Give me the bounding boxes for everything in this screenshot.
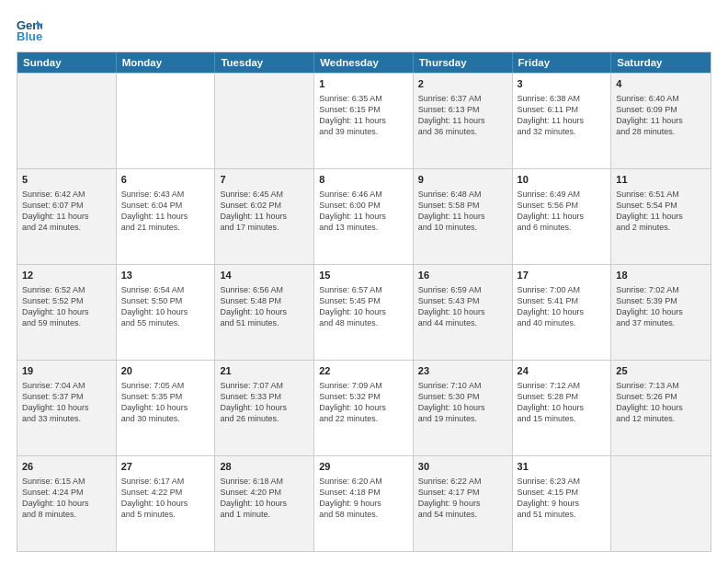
calendar-header-monday: Monday — [117, 52, 216, 73]
calendar-header-thursday: Thursday — [414, 52, 513, 73]
day-number: 21 — [220, 364, 309, 378]
calendar-header-wednesday: Wednesday — [314, 52, 414, 73]
day-info: Sunrise: 7:10 AM Sunset: 5:30 PM Dayligh… — [418, 380, 507, 425]
day-info: Sunrise: 6:45 AM Sunset: 6:02 PM Dayligh… — [220, 189, 309, 234]
day-info: Sunrise: 7:04 AM Sunset: 5:37 PM Dayligh… — [22, 380, 111, 425]
day-number: 15 — [319, 269, 408, 282]
calendar-cell: 22Sunrise: 7:09 AM Sunset: 5:32 PM Dayli… — [314, 361, 414, 455]
day-number: 25 — [616, 364, 706, 378]
day-info: Sunrise: 6:22 AM Sunset: 4:17 PM Dayligh… — [418, 476, 507, 521]
day-info: Sunrise: 6:59 AM Sunset: 5:43 PM Dayligh… — [418, 284, 507, 329]
day-info: Sunrise: 7:13 AM Sunset: 5:26 PM Dayligh… — [616, 380, 706, 425]
day-number: 19 — [22, 364, 111, 378]
logo: General Blue — [17, 17, 46, 42]
day-number: 14 — [220, 269, 309, 282]
calendar-cell: 25Sunrise: 7:13 AM Sunset: 5:26 PM Dayli… — [611, 361, 711, 455]
day-number: 4 — [616, 77, 706, 91]
day-number: 31 — [518, 460, 607, 474]
calendar-cell — [611, 456, 711, 551]
calendar-cell: 17Sunrise: 7:00 AM Sunset: 5:41 PM Dayli… — [513, 265, 612, 360]
day-info: Sunrise: 6:52 AM Sunset: 5:52 PM Dayligh… — [22, 284, 111, 329]
calendar-cell: 28Sunrise: 6:18 AM Sunset: 4:20 PM Dayli… — [215, 456, 314, 551]
calendar-row-0: 1Sunrise: 6:35 AM Sunset: 6:15 PM Daylig… — [17, 73, 711, 168]
calendar-header-saturday: Saturday — [611, 52, 711, 73]
day-info: Sunrise: 6:51 AM Sunset: 5:54 PM Dayligh… — [616, 189, 706, 234]
day-number: 6 — [121, 173, 210, 187]
day-number: 22 — [319, 364, 408, 378]
calendar-cell: 20Sunrise: 7:05 AM Sunset: 5:35 PM Dayli… — [117, 361, 216, 455]
day-number: 11 — [616, 173, 706, 187]
day-info: Sunrise: 6:37 AM Sunset: 6:13 PM Dayligh… — [418, 93, 507, 138]
day-number: 24 — [518, 364, 607, 378]
day-number: 20 — [121, 364, 210, 378]
day-number: 10 — [518, 173, 607, 187]
day-info: Sunrise: 6:35 AM Sunset: 6:15 PM Dayligh… — [319, 93, 408, 138]
calendar-cell: 16Sunrise: 6:59 AM Sunset: 5:43 PM Dayli… — [414, 265, 513, 360]
day-number: 29 — [319, 460, 408, 474]
calendar-header-sunday: Sunday — [17, 52, 117, 73]
calendar-cell: 24Sunrise: 7:12 AM Sunset: 5:28 PM Dayli… — [513, 361, 612, 455]
day-info: Sunrise: 6:15 AM Sunset: 4:24 PM Dayligh… — [22, 476, 111, 521]
calendar-cell: 15Sunrise: 6:57 AM Sunset: 5:45 PM Dayli… — [314, 265, 414, 360]
calendar-cell: 30Sunrise: 6:22 AM Sunset: 4:17 PM Dayli… — [414, 456, 513, 551]
calendar-cell: 19Sunrise: 7:04 AM Sunset: 5:37 PM Dayli… — [17, 361, 117, 455]
calendar-cell: 18Sunrise: 7:02 AM Sunset: 5:39 PM Dayli… — [611, 265, 711, 360]
calendar-body: 1Sunrise: 6:35 AM Sunset: 6:15 PM Daylig… — [17, 73, 711, 551]
calendar-row-2: 12Sunrise: 6:52 AM Sunset: 5:52 PM Dayli… — [17, 264, 711, 360]
calendar-cell: 14Sunrise: 6:56 AM Sunset: 5:48 PM Dayli… — [215, 265, 314, 360]
calendar-header-row: SundayMondayTuesdayWednesdayThursdayFrid… — [17, 52, 711, 73]
day-info: Sunrise: 7:00 AM Sunset: 5:41 PM Dayligh… — [518, 284, 607, 329]
day-info: Sunrise: 6:38 AM Sunset: 6:11 PM Dayligh… — [518, 93, 607, 138]
day-info: Sunrise: 6:17 AM Sunset: 4:22 PM Dayligh… — [121, 476, 210, 521]
day-number: 17 — [518, 269, 607, 282]
day-number: 23 — [418, 364, 507, 378]
calendar-cell: 13Sunrise: 6:54 AM Sunset: 5:50 PM Dayli… — [117, 265, 216, 360]
calendar-cell: 5Sunrise: 6:42 AM Sunset: 6:07 PM Daylig… — [17, 169, 117, 264]
calendar-cell: 23Sunrise: 7:10 AM Sunset: 5:30 PM Dayli… — [414, 361, 513, 455]
calendar-cell: 8Sunrise: 6:46 AM Sunset: 6:00 PM Daylig… — [314, 169, 414, 264]
day-info: Sunrise: 6:57 AM Sunset: 5:45 PM Dayligh… — [319, 284, 408, 329]
calendar-cell: 12Sunrise: 6:52 AM Sunset: 5:52 PM Dayli… — [17, 265, 117, 360]
calendar-row-4: 26Sunrise: 6:15 AM Sunset: 4:24 PM Dayli… — [17, 455, 711, 551]
calendar: SundayMondayTuesdayWednesdayThursdayFrid… — [17, 52, 711, 552]
calendar-row-3: 19Sunrise: 7:04 AM Sunset: 5:37 PM Dayli… — [17, 360, 711, 455]
day-info: Sunrise: 7:05 AM Sunset: 5:35 PM Dayligh… — [121, 380, 210, 425]
day-number: 13 — [121, 269, 210, 282]
calendar-cell: 1Sunrise: 6:35 AM Sunset: 6:15 PM Daylig… — [314, 74, 414, 168]
day-number: 30 — [418, 460, 507, 474]
day-number: 27 — [121, 460, 210, 474]
calendar-cell: 29Sunrise: 6:20 AM Sunset: 4:18 PM Dayli… — [314, 456, 414, 551]
calendar-cell: 27Sunrise: 6:17 AM Sunset: 4:22 PM Dayli… — [117, 456, 216, 551]
calendar-cell: 10Sunrise: 6:49 AM Sunset: 5:56 PM Dayli… — [513, 169, 612, 264]
svg-text:Blue: Blue — [17, 29, 42, 42]
day-number: 5 — [22, 173, 111, 187]
day-info: Sunrise: 6:49 AM Sunset: 5:56 PM Dayligh… — [518, 189, 607, 234]
calendar-cell: 9Sunrise: 6:48 AM Sunset: 5:58 PM Daylig… — [414, 169, 513, 264]
day-number: 8 — [319, 173, 408, 187]
calendar-header-friday: Friday — [513, 52, 612, 73]
day-info: Sunrise: 7:02 AM Sunset: 5:39 PM Dayligh… — [616, 284, 706, 329]
day-info: Sunrise: 6:43 AM Sunset: 6:04 PM Dayligh… — [121, 189, 210, 234]
calendar-cell: 4Sunrise: 6:40 AM Sunset: 6:09 PM Daylig… — [611, 74, 711, 168]
page: General Blue SundayMondayTuesdayWednesda… — [0, 0, 728, 563]
day-number: 9 — [418, 173, 507, 187]
day-number: 7 — [220, 173, 309, 187]
day-info: Sunrise: 6:20 AM Sunset: 4:18 PM Dayligh… — [319, 476, 408, 521]
day-info: Sunrise: 6:56 AM Sunset: 5:48 PM Dayligh… — [220, 284, 309, 329]
calendar-cell: 31Sunrise: 6:23 AM Sunset: 4:15 PM Dayli… — [513, 456, 612, 551]
day-info: Sunrise: 6:23 AM Sunset: 4:15 PM Dayligh… — [518, 476, 607, 521]
calendar-row-1: 5Sunrise: 6:42 AM Sunset: 6:07 PM Daylig… — [17, 168, 711, 264]
day-info: Sunrise: 6:46 AM Sunset: 6:00 PM Dayligh… — [319, 189, 408, 234]
day-number: 1 — [319, 77, 408, 91]
calendar-cell: 21Sunrise: 7:07 AM Sunset: 5:33 PM Dayli… — [215, 361, 314, 455]
day-number: 28 — [220, 460, 309, 474]
day-number: 2 — [418, 77, 507, 91]
day-info: Sunrise: 6:40 AM Sunset: 6:09 PM Dayligh… — [616, 93, 706, 138]
logo-icon: General Blue — [17, 17, 42, 42]
day-number: 16 — [418, 269, 507, 282]
calendar-cell: 26Sunrise: 6:15 AM Sunset: 4:24 PM Dayli… — [17, 456, 117, 551]
day-number: 26 — [22, 460, 111, 474]
calendar-cell — [17, 74, 117, 168]
day-info: Sunrise: 7:07 AM Sunset: 5:33 PM Dayligh… — [220, 380, 309, 425]
calendar-cell: 3Sunrise: 6:38 AM Sunset: 6:11 PM Daylig… — [513, 74, 612, 168]
